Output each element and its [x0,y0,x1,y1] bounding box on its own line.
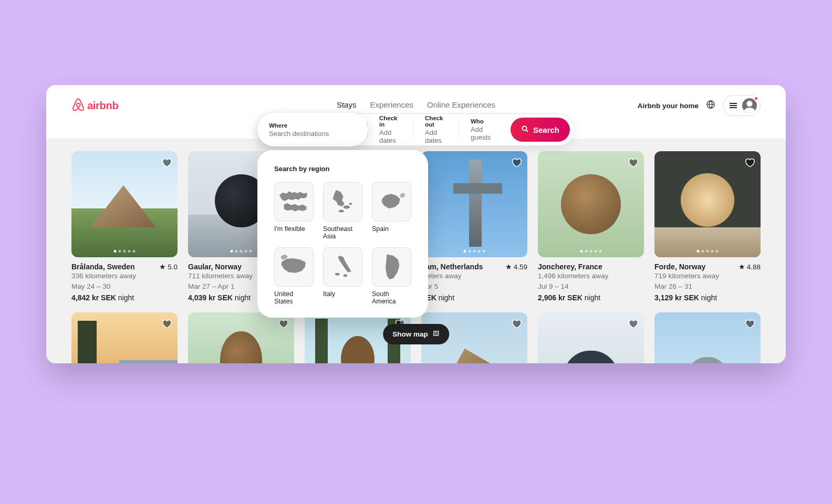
logo[interactable]: airbnb [71,97,118,114]
heart-icon[interactable] [511,318,522,331]
region-label: Spain [372,225,411,233]
region-label: Southeast Asia [323,225,362,240]
listing-distance: meters away [421,271,527,281]
listing-card[interactable]: Joncherey, France 1,496 kilometers away … [538,151,644,302]
listing-distance: 336 kilometers away [71,271,178,281]
notification-badge [754,96,758,101]
who-value: Add guests [471,125,499,141]
region-label: United States [274,290,314,305]
carousel-dots [697,250,719,253]
account-menu-button[interactable] [723,95,761,116]
svg-point-7 [344,274,348,277]
listing-image [654,151,761,257]
search-destinations-input[interactable] [269,130,356,138]
where-label: Where [269,122,356,129]
listing-rating: ★ 4.59 [505,262,527,271]
carousel-dots [464,250,485,253]
listing-image [188,312,294,363]
listing-dates: Apr 5 [421,281,527,292]
heart-icon[interactable] [161,318,172,331]
listing-location: Brålanda, Sweden [71,262,135,271]
tab-stays[interactable]: Stays [337,96,357,116]
listing-price: SEK night [421,293,527,302]
listing-image [538,151,644,257]
checkin-label: Check in [379,115,401,128]
map-southeast-asia-icon [323,182,362,222]
who-label: Who [471,118,499,124]
checkout-value: Add dates [425,129,447,144]
listing-card[interactable]: dam, Netherlands★ 4.59 meters away Apr 5… [421,151,527,302]
listing-card[interactable] [654,312,761,363]
listing-image [538,312,644,363]
svg-point-4 [339,210,344,213]
header-right: Airbnb your home [638,95,761,116]
tab-experiences[interactable]: Experiences [370,96,413,116]
heart-icon[interactable] [277,318,289,331]
search-checkin[interactable]: Check in Add dates [368,114,413,145]
map-usa-icon [274,247,314,287]
heart-icon[interactable] [627,318,639,331]
tab-online-experiences[interactable]: Online Experiences [427,96,495,116]
region-southeast-asia[interactable]: Southeast Asia [323,182,362,240]
map-spain-icon [372,182,411,222]
region-grid: I'm flexible Southeast Asia Spain United… [274,182,411,305]
listing-price: 2,906 kr SEK night [538,293,644,302]
search-bar: Where Check in Add dates Check out Add d… [257,113,575,146]
svg-point-0 [77,103,80,107]
search-icon [521,125,529,134]
search-who[interactable]: Who Add guests [459,114,511,145]
listing-dates: Mar 26 – 31 [654,281,761,292]
region-popup: Search by region I'm flexible Southeast … [257,150,428,318]
map-italy-icon [323,247,362,287]
listing-rating: ★ 4.88 [739,262,761,271]
map-south-america-icon [372,247,411,287]
listing-card[interactable]: Brålanda, Sweden★ 5.0 336 kilometers awa… [71,151,178,302]
listing-price: 3,129 kr SEK night [654,293,761,302]
show-map-label: Show map [392,330,428,338]
listing-card[interactable]: Forde, Norway★ 4.88 719 kilometers away … [654,151,761,302]
search-where[interactable]: Where [257,113,368,146]
heart-icon[interactable] [744,156,755,170]
region-south-america[interactable]: South America [372,247,411,305]
carousel-dots [231,250,252,253]
listing-card[interactable] [71,312,178,363]
nav-tabs: Stays Experiences Online Experiences [337,96,495,116]
search-button[interactable]: Search [511,118,570,142]
svg-point-3 [344,205,350,208]
search-bar-wrap: Where Check in Add dates Check out Add d… [257,113,575,146]
globe-icon[interactable] [706,100,715,111]
listing-rating: ★ 5.0 [159,262,178,271]
region-united-states[interactable]: United States [274,247,314,305]
listing-dates: May 24 – 30 [71,281,178,292]
heart-icon[interactable] [161,156,172,170]
app-frame: airbnb Stays Experiences Online Experien… [46,85,786,363]
listing-card[interactable] [538,312,644,363]
listing-location: Forde, Norway [654,262,705,271]
listing-distance: 1,496 kilometers away [538,271,644,281]
heart-icon[interactable] [627,156,639,170]
airbnb-your-home-link[interactable]: Airbnb your home [638,102,699,110]
search-button-label: Search [533,125,559,134]
svg-point-5 [349,203,352,205]
svg-point-6 [335,273,340,276]
listing-image [654,312,761,363]
listing-card[interactable] [188,312,294,363]
heart-icon[interactable] [511,156,522,170]
carousel-dots [580,250,602,253]
region-flexible[interactable]: I'm flexible [274,182,314,240]
region-label: South America [372,290,411,305]
listing-location: Gaular, Norway [188,262,242,271]
listing-distance: 719 kilometers away [654,271,761,281]
show-map-button[interactable]: Show map [383,324,449,344]
map-world-icon [274,182,314,222]
listing-image [421,151,527,257]
logo-text: airbnb [87,100,118,112]
region-label: I'm flexible [274,225,314,233]
region-italy[interactable]: Italy [323,247,362,305]
search-checkout[interactable]: Check out Add dates [413,114,459,145]
carousel-dots [114,250,136,253]
heart-icon[interactable] [744,318,755,331]
region-spain[interactable]: Spain [372,182,411,240]
region-popup-title: Search by region [274,165,411,173]
checkout-label: Check out [425,115,447,128]
